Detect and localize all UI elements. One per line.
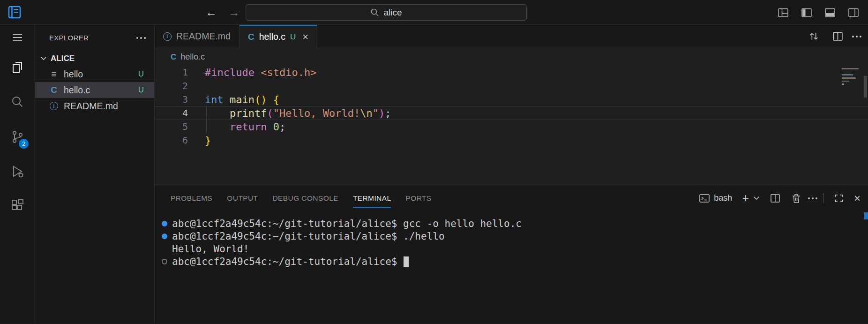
code-line[interactable]: 1#include <stdio.h>	[155, 66, 868, 79]
kill-terminal-icon[interactable]	[791, 193, 802, 204]
activity-item-search[interactable]	[0, 85, 35, 120]
toggle-primary-sidebar-icon[interactable]	[801, 7, 813, 19]
folder-name: ALICE	[51, 54, 75, 63]
panel-more-actions-icon[interactable]	[812, 197, 814, 199]
panel-separator	[823, 193, 824, 203]
code-line[interactable]: 3int main() {	[155, 93, 868, 106]
file-item-hello-c[interactable]: C hello.c U	[35, 82, 154, 98]
code-line[interactable]: 2	[155, 79, 868, 93]
panel-tab-terminal[interactable]: TERMINAL	[353, 185, 391, 211]
activity-item-extensions[interactable]	[0, 189, 35, 224]
indent-guide	[206, 107, 207, 133]
editor-more-actions-icon[interactable]	[856, 36, 858, 38]
panel-tab-debug-console[interactable]: DEBUG CONSOLE	[272, 185, 338, 211]
title-bar: ← → alice	[0, 0, 868, 25]
code-line[interactable]: 5 return 0;	[155, 120, 868, 134]
line-number: 2	[155, 79, 188, 93]
maximize-panel-icon[interactable]	[834, 193, 844, 203]
terminal-command-decoration	[162, 259, 167, 264]
tab-label: README.md	[176, 31, 231, 42]
search-icon	[10, 95, 25, 110]
breadcrumb-file[interactable]: hello.c	[180, 52, 205, 62]
code-line[interactable]: 4 printf("Hello, World!\n");	[155, 106, 868, 120]
terminal-command-decoration[interactable]	[162, 234, 167, 239]
workbench: 2 EXPLORER ALICE ≡	[0, 25, 868, 324]
breadcrumb[interactable]: C hello.c	[155, 48, 868, 66]
split-terminal-icon[interactable]	[770, 193, 781, 204]
close-panel-icon[interactable]: ×	[854, 193, 861, 204]
terminal-text: abc@1ccf2a49c54c:~/git-tutorial/alice$ g…	[172, 218, 522, 229]
open-changes-icon[interactable]	[808, 30, 820, 42]
terminal-line: abc@1ccf2a49c54c:~/git-tutorial/alice$	[162, 255, 868, 268]
tab-hello-c[interactable]: C hello.c U ×	[239, 25, 317, 48]
extensions-icon	[10, 199, 25, 214]
activity-item-source-control[interactable]: 2	[0, 120, 35, 154]
terminal-text: abc@1ccf2a49c54c:~/git-tutorial/alice$	[172, 256, 403, 267]
file-item-hello[interactable]: ≡ hello U	[35, 66, 154, 82]
close-tab-icon[interactable]: ×	[302, 32, 308, 42]
terminal-line: Hello, World!	[162, 242, 868, 255]
activity-item-explorer[interactable]	[0, 50, 35, 85]
folder-section-alice[interactable]: ALICE	[35, 51, 154, 66]
terminal-text: Hello, World!	[172, 243, 249, 255]
editor-scrollbar[interactable]	[864, 76, 867, 98]
search-icon	[370, 8, 379, 17]
code-text: #include <stdio.h>	[205, 66, 316, 79]
panel-header: PROBLEMSOUTPUTDEBUG CONSOLETERMINALPORTS…	[155, 185, 868, 211]
editor-group: i README.md C hello.c U × C he	[155, 25, 868, 324]
panel-tabs: PROBLEMSOUTPUTDEBUG CONSOLETERMINALPORTS	[171, 185, 432, 211]
code-line[interactable]: 6}	[155, 134, 868, 147]
line-number: 3	[155, 93, 188, 106]
go-back-icon[interactable]: ←	[205, 6, 217, 19]
code-text: int main() {	[205, 93, 279, 106]
activity-bar: 2	[0, 25, 35, 324]
binary-file-icon: ≡	[51, 69, 57, 80]
toggle-secondary-sidebar-icon[interactable]	[847, 7, 860, 19]
panel-tab-ports[interactable]: PORTS	[405, 185, 431, 211]
panel-tab-problems[interactable]: PROBLEMS	[171, 185, 212, 211]
minimap[interactable]	[842, 68, 861, 87]
terminal-gutter-spacer	[162, 246, 167, 252]
terminal-dropdown-icon[interactable]	[753, 196, 760, 200]
file-name: hello.c	[64, 85, 90, 96]
panel-tab-output[interactable]: OUTPUT	[227, 185, 258, 211]
search-value: alice	[383, 8, 402, 18]
terminal-icon	[699, 193, 710, 204]
shell-label: bash	[714, 193, 732, 203]
terminal-text: abc@1ccf2a49c54c:~/git-tutorial/alice$ .…	[172, 231, 445, 242]
run-debug-icon	[10, 164, 25, 179]
explorer-more-actions-icon[interactable]	[140, 37, 142, 39]
source-control-badge: 2	[19, 139, 29, 149]
chevron-down-icon	[40, 56, 47, 60]
git-status-badge: U	[290, 32, 296, 42]
terminal[interactable]: abc@1ccf2a49c54c:~/git-tutorial/alice$ g…	[155, 211, 868, 324]
activity-item-run-debug[interactable]	[0, 154, 35, 189]
c-file-icon: C	[171, 53, 176, 62]
layout-controls	[777, 0, 860, 25]
line-number: 6	[155, 134, 188, 147]
sidebar-title: EXPLORER	[49, 34, 89, 42]
terminal-scrollbar-indicator	[864, 212, 868, 219]
terminal-command-decoration[interactable]	[162, 221, 167, 226]
info-icon: i	[50, 102, 58, 110]
code-editor[interactable]: 1#include <stdio.h>23int main() {4 print…	[155, 66, 868, 185]
split-editor-icon[interactable]	[832, 30, 844, 42]
editor-actions	[808, 25, 868, 48]
line-number: 5	[155, 120, 188, 134]
terminal-line: abc@1ccf2a49c54c:~/git-tutorial/alice$ g…	[162, 217, 868, 230]
command-center-search[interactable]: alice	[246, 4, 527, 21]
menu-button[interactable]	[0, 25, 35, 50]
panel-controls: bash +	[699, 192, 861, 204]
git-status-badge: U	[138, 69, 144, 79]
tab-readme-md[interactable]: i README.md	[155, 25, 239, 48]
go-forward-icon[interactable]: →	[228, 6, 240, 19]
terminal-shell-chip[interactable]: bash	[699, 193, 732, 204]
customize-layout-icon[interactable]	[777, 7, 789, 19]
new-terminal-icon[interactable]: +	[742, 192, 749, 204]
toggle-panel-icon[interactable]	[824, 7, 836, 19]
explorer-sidebar: EXPLORER ALICE ≡ hello U C hello.c U i R…	[35, 25, 155, 324]
sidebar-header: EXPLORER	[35, 25, 154, 51]
app-logo	[7, 5, 22, 21]
file-item-readme[interactable]: i README.md	[35, 98, 154, 114]
files-icon	[10, 60, 25, 75]
